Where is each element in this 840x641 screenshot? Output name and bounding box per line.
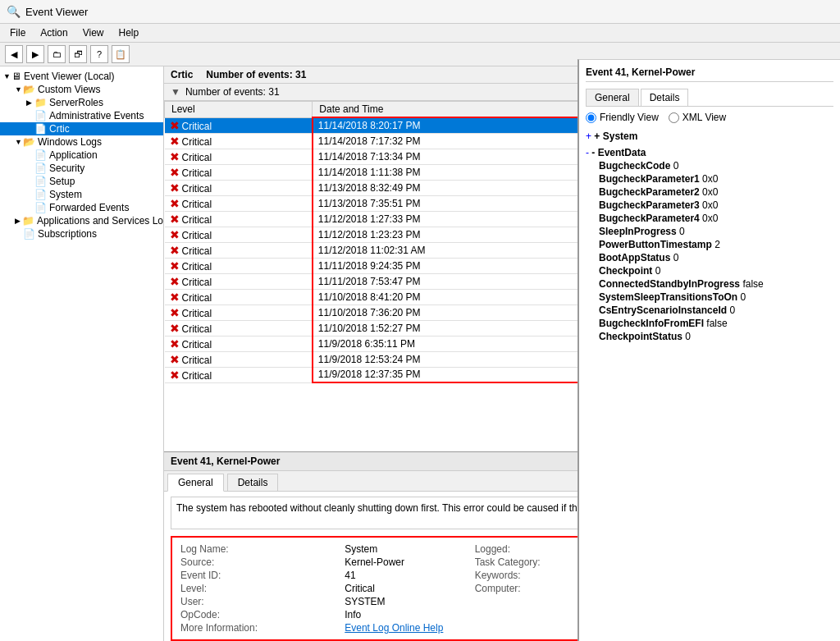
critical-icon: ✖	[170, 291, 180, 304]
log-name-value: System	[341, 543, 471, 556]
level-value: Critical	[341, 582, 471, 595]
critical-icon: ✖	[170, 337, 180, 350]
popup-field-row: BugcheckParameter3 0x0	[599, 199, 833, 212]
tree-item-security[interactable]: 📄Security	[0, 162, 163, 175]
tree-item-system[interactable]: 📄System	[0, 188, 163, 201]
popup-field-row: BugcheckCode 0	[599, 159, 833, 172]
up-button[interactable]: 🗀	[48, 45, 66, 63]
opcode-value: Info	[341, 608, 471, 621]
event-count-header: Number of events: 31	[206, 69, 306, 80]
cell-level: ✖Critical	[165, 320, 313, 336]
cell-level: ✖Critical	[165, 258, 313, 273]
tree-item-applications-services[interactable]: ▶📁Applications and Services Lo	[0, 214, 163, 227]
event-id-value: 41	[341, 569, 471, 582]
tree-item-forwarded-events[interactable]: 📄Forwarded Events	[0, 201, 163, 214]
popup-field-row: PowerButtonTimestamp 2	[599, 238, 833, 251]
tree-item-custom-views[interactable]: ▼📂Custom Views	[0, 83, 163, 96]
main-container: ▼🖥Event Viewer (Local)▼📂Custom Views▶📁Se…	[0, 66, 840, 641]
panel-title: Crtic	[171, 69, 193, 80]
critical-icon: ✖	[170, 244, 180, 257]
popup-field-row: SystemSleepTransitionsToOn 0	[599, 291, 833, 304]
menu-bar: File Action View Help	[0, 24, 840, 43]
event-log-online-help-link[interactable]: Event Log Online Help	[345, 622, 443, 634]
cell-level: ✖Critical	[165, 273, 313, 289]
critical-icon: ✖	[170, 150, 180, 163]
more-info-label: More Information:	[177, 621, 341, 634]
cell-level: ✖Critical	[165, 149, 313, 164]
menu-file[interactable]: File	[3, 25, 32, 40]
tree-item-event-viewer-local[interactable]: ▼🖥Event Viewer (Local)	[0, 70, 163, 83]
critical-icon: ✖	[170, 369, 180, 382]
user-value: SYSTEM	[341, 595, 471, 608]
critical-icon: ✖	[170, 166, 180, 179]
opcode-label: OpCode:	[177, 608, 341, 621]
tree-item-subscriptions[interactable]: 📄Subscriptions	[0, 227, 163, 240]
tree-panel: ▼🖥Event Viewer (Local)▼📂Custom Views▶📁Se…	[0, 66, 164, 641]
cell-level: ✖Critical	[165, 164, 313, 180]
event-details-popup: Event 41, Kernel-Power General Details F…	[578, 59, 840, 641]
popup-field-row: CheckpointStatus 0	[599, 330, 833, 343]
filter-count: Number of events: 31	[185, 86, 280, 98]
popup-field-row: Checkpoint 0	[599, 264, 833, 277]
tree-item-crtic[interactable]: 📄Crtic	[0, 122, 163, 135]
detail-tab-details[interactable]: Details	[227, 474, 279, 491]
critical-icon: ✖	[170, 228, 180, 241]
event-id-label: Event ID:	[177, 569, 341, 582]
popup-tab-details[interactable]: Details	[641, 89, 689, 106]
app-title: Event Viewer	[25, 6, 88, 18]
extra-button[interactable]: 📋	[112, 45, 130, 63]
cell-level: ✖Critical	[165, 351, 313, 367]
popup-field-row: ConnectedStandbyInProgress false	[599, 277, 833, 291]
critical-icon: ✖	[170, 353, 180, 366]
cell-level: ✖Critical	[165, 304, 313, 320]
menu-action[interactable]: Action	[34, 25, 74, 40]
critical-icon: ✖	[170, 135, 180, 148]
user-label: User:	[177, 595, 341, 608]
detail-tab-general[interactable]: General	[167, 474, 224, 492]
refresh-button[interactable]: 🗗	[69, 45, 87, 63]
cell-level: ✖Critical	[165, 242, 313, 258]
tree-item-setup[interactable]: 📄Setup	[0, 175, 163, 188]
filter-icon: ▼	[171, 86, 180, 98]
critical-icon: ✖	[170, 197, 180, 210]
popup-field-row: BootAppStatus 0	[599, 251, 833, 264]
popup-title: Event 41, Kernel-Power	[586, 66, 833, 82]
popup-field-row: CsEntryScenarioInstanceId 0	[599, 304, 833, 317]
cell-level: ✖Critical	[165, 227, 313, 242]
cell-level: ✖Critical	[165, 180, 313, 195]
popup-tab-general[interactable]: General	[586, 89, 639, 106]
forward-button[interactable]: ▶	[26, 45, 44, 63]
popup-view-options: Friendly View XML View	[586, 112, 833, 123]
back-button[interactable]: ◀	[5, 45, 23, 63]
tree-item-admin-events[interactable]: 📄Administrative Events	[0, 109, 163, 122]
level-label: Level:	[177, 582, 341, 595]
cell-level: ✖Critical	[165, 195, 313, 211]
tree-item-windows-logs[interactable]: ▼📂Windows Logs	[0, 135, 163, 149]
menu-help[interactable]: Help	[112, 25, 146, 40]
system-node: + + System	[586, 130, 833, 143]
tree-item-application[interactable]: 📄Application	[0, 149, 163, 162]
app-icon: 🔍	[7, 5, 21, 18]
popup-tree-data: + + System - - EventData BugcheckCode 0B…	[586, 130, 833, 343]
friendly-view-radio[interactable]: Friendly View	[586, 112, 659, 123]
cell-level: ✖Critical	[165, 211, 313, 227]
critical-icon: ✖	[170, 322, 180, 335]
tree-item-server-roles[interactable]: ▶📁ServerRoles	[0, 96, 163, 109]
menu-view[interactable]: View	[76, 25, 111, 40]
critical-icon: ✖	[170, 275, 180, 288]
source-value: Kernel-Power	[341, 556, 471, 569]
cell-level: ✖Critical	[165, 336, 313, 351]
log-name-label: Log Name:	[177, 543, 341, 556]
popup-field-row: BugcheckInfoFromEFI false	[599, 317, 833, 330]
col-level[interactable]: Level	[165, 102, 313, 118]
critical-icon: ✖	[170, 119, 180, 132]
popup-field-row: BugcheckParameter1 0x0	[599, 172, 833, 185]
popup-field-row: BugcheckParameter2 0x0	[599, 185, 833, 199]
event-data-node: - - EventData	[586, 146, 833, 159]
cell-level: ✖Critical	[165, 117, 313, 133]
critical-icon: ✖	[170, 213, 180, 226]
help-button[interactable]: ?	[90, 45, 108, 63]
critical-icon: ✖	[170, 306, 180, 319]
cell-level: ✖Critical	[165, 367, 313, 382]
xml-view-radio[interactable]: XML View	[669, 112, 726, 123]
